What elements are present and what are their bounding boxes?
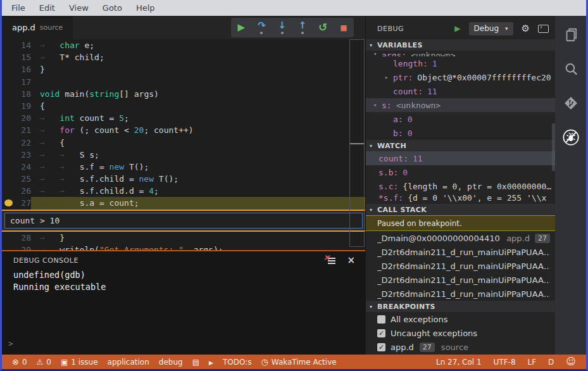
editor-tab[interactable]: app.dsource	[2, 16, 73, 39]
variable-row[interactable]: ▸ptrObject@*0x00007ffffffffec20	[366, 70, 555, 84]
debug-toolbar-button[interactable]	[334, 18, 353, 37]
status-item[interactable]	[192, 358, 199, 366]
expand-icon[interactable]: ▾	[373, 51, 382, 56]
stack-frame[interactable]: _D2rt6dmain211_d_run_mainUiPPaPUAA…	[366, 273, 555, 287]
breakpoint-gutter[interactable]	[2, 232, 15, 244]
variable-row[interactable]: ▾args<unknown>	[366, 51, 555, 56]
breakpoint-gutter[interactable]	[2, 137, 15, 149]
debug-config-dropdown[interactable]: Debug▾	[469, 22, 513, 35]
breakpoint-gutter[interactable]	[2, 197, 15, 209]
status-item[interactable]	[566, 357, 576, 367]
code-text[interactable]: → → s.a = count;	[31, 197, 365, 209]
variable-row[interactable]: count11	[366, 84, 555, 98]
status-item[interactable]: application	[108, 358, 149, 367]
breakpoint-gutter[interactable]	[2, 39, 15, 51]
expand-icon[interactable]: ▸	[385, 74, 393, 80]
close-icon[interactable]: ×	[347, 256, 355, 265]
debug-disabled-icon[interactable]	[562, 129, 580, 146]
code-text[interactable]: }	[31, 63, 365, 75]
debug-toolbar-button[interactable]	[313, 18, 332, 37]
section-header-call-stack[interactable]: ▾CALL STACK	[366, 204, 555, 215]
breakpoint-condition-input[interactable]: count > 10	[4, 213, 363, 229]
expand-icon[interactable]: ▾	[373, 102, 382, 108]
debug-toolbar-button[interactable]	[293, 18, 312, 37]
watch-row[interactable]: count11	[366, 151, 555, 165]
menu-item[interactable]: View	[62, 0, 96, 16]
breakpoint-gutter[interactable]	[2, 100, 15, 112]
breakpoint-gutter[interactable]	[2, 112, 15, 124]
stack-frame[interactable]: _D2rt6dmain211_d_run_mainUiPPaPUAA…	[366, 259, 555, 273]
menu-item[interactable]: File	[4, 0, 32, 16]
menu-item[interactable]: Help	[129, 0, 162, 16]
checkbox[interactable]	[377, 329, 385, 337]
breakpoint-gutter[interactable]	[2, 185, 15, 197]
section-header-breakpoints[interactable]: ▾BREAKPOINTS	[366, 301, 555, 312]
debug-toolbar-button[interactable]	[252, 18, 271, 37]
status-item[interactable]: LF	[528, 358, 537, 367]
code-text[interactable]: → for (; count < 20; count++)	[31, 124, 365, 136]
status-item[interactable]: 0	[12, 358, 27, 367]
status-item[interactable]: debug	[159, 358, 183, 367]
debug-toolbar-button[interactable]	[273, 18, 292, 37]
variable-row[interactable]: b0	[366, 126, 555, 140]
breakpoint-gutter[interactable]	[2, 76, 15, 88]
breakpoint-item[interactable]: app.d27source	[366, 340, 555, 354]
code-text[interactable]	[31, 76, 365, 88]
code-text[interactable]: → }	[31, 232, 365, 244]
status-item[interactable]: UTF-8	[494, 358, 516, 367]
console-output-line: Running executable	[2, 281, 365, 293]
start-debug-icon[interactable]: ▶	[454, 24, 460, 33]
section-header-watch[interactable]: ▾WATCH	[366, 140, 555, 151]
stack-frame[interactable]: _Dmain@0x0000000000441055app.d27	[366, 231, 555, 245]
breakpoint-gutter[interactable]	[2, 51, 15, 63]
stack-frame[interactable]: _D2rt6dmain211_d_run_mainUiPPaPUAA…	[366, 287, 555, 301]
status-item[interactable]	[209, 358, 213, 366]
breakpoint-item[interactable]: Uncaught exceptions	[366, 326, 555, 340]
watch-row[interactable]: s.b0	[366, 165, 555, 179]
console-prompt[interactable]: >	[8, 339, 13, 348]
breakpoint-gutter[interactable]	[2, 161, 15, 173]
gear-icon[interactable]: ⚙	[522, 23, 530, 34]
menu-item[interactable]: Edit	[32, 0, 62, 16]
code-text[interactable]: → → s.f.child = new T();	[31, 173, 365, 185]
code-text[interactable]: → → s.f = new T();	[31, 161, 365, 173]
variable-row[interactable]: ▾s<unknown>	[366, 98, 555, 112]
code-text[interactable]: → T* child;	[31, 51, 365, 63]
variable-row[interactable]: length1	[366, 56, 555, 70]
watch-row[interactable]: s.c{length = 0, ptr = 0x00000000…	[366, 179, 555, 193]
menu-item[interactable]: Goto	[96, 0, 129, 16]
breakpoint-gutter[interactable]	[2, 149, 15, 161]
stack-frame[interactable]: _D2rt6dmain211_d_run_mainUiPPaPUAA…	[366, 245, 555, 259]
breakpoint-gutter[interactable]	[2, 124, 15, 136]
watch-row[interactable]: *s.f{d = 0 '\\x00', e = 255 '\\x	[366, 193, 555, 204]
status-item[interactable]: 0	[37, 358, 51, 367]
status-item[interactable]: TODO:s	[223, 358, 252, 367]
code-text[interactable]: → → s.f.child.d = 4;	[31, 185, 365, 197]
checkbox[interactable]	[377, 343, 385, 351]
status-item[interactable]: 1 issue	[61, 358, 98, 367]
open-console-icon[interactable]	[538, 25, 549, 33]
breakpoint-gutter[interactable]	[2, 63, 15, 75]
checkbox[interactable]	[377, 315, 385, 324]
status-item[interactable]: D	[548, 358, 554, 367]
code-text[interactable]: → {	[31, 137, 365, 149]
breakpoint-gutter[interactable]	[2, 88, 15, 100]
debug-toolbar-button[interactable]	[232, 18, 251, 37]
panel-scrollbar[interactable]	[552, 123, 555, 171]
breakpoint-gutter[interactable]	[2, 173, 15, 185]
editor-scrollbar[interactable]	[349, 39, 365, 247]
code-text[interactable]: void main(string[] args)	[31, 88, 365, 100]
source-control-icon[interactable]	[562, 94, 580, 112]
code-text[interactable]: {	[31, 100, 365, 112]
files-icon[interactable]	[562, 26, 580, 44]
status-item[interactable]: Ln 27, Col 1	[436, 358, 482, 367]
status-item[interactable]: WakaTime Active	[261, 358, 336, 367]
breakpoint-item[interactable]: All exceptions	[366, 312, 555, 326]
variable-row[interactable]: a0	[366, 112, 555, 126]
code-text[interactable]: → char e;	[31, 39, 365, 51]
code-text[interactable]: → → S s;	[31, 149, 365, 161]
clear-console-icon[interactable]	[326, 256, 335, 265]
section-header-variables[interactable]: ▾VARIABLES	[366, 39, 555, 51]
search-icon[interactable]	[562, 60, 580, 78]
code-text[interactable]: → int count = 5;	[31, 112, 365, 124]
